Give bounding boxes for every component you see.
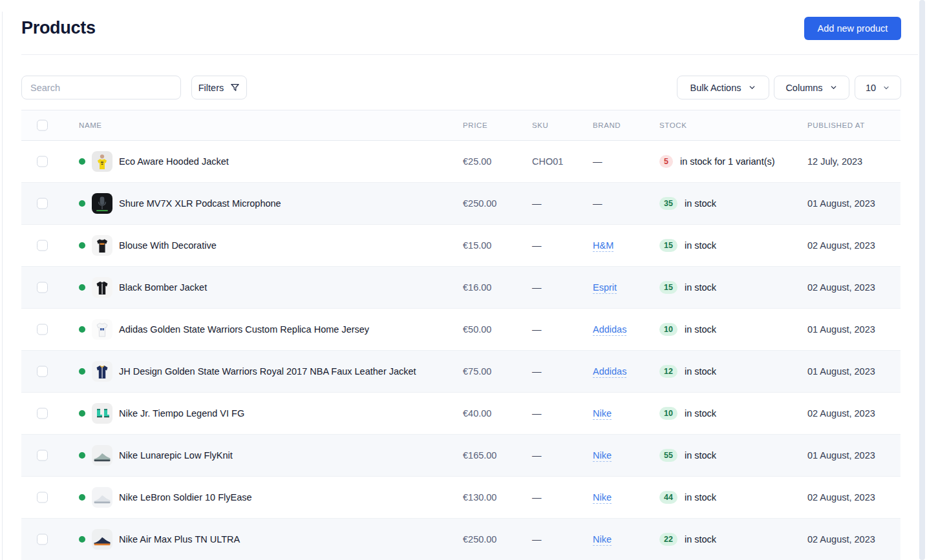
product-brand: Nike — [593, 450, 612, 461]
product-price: €50.00 — [463, 324, 491, 335]
product-thumbnail — [92, 151, 112, 172]
table-header-row: NAME PRICE SKU BRAND STOCK PUBLISHED AT — [21, 110, 900, 141]
header-divider — [21, 54, 918, 55]
page-size-select[interactable]: 10 — [855, 76, 901, 99]
product-stock: 5 in stock for 1 variant(s) — [659, 155, 775, 168]
stock-count-badge: 15 — [659, 281, 677, 294]
product-sku: — — [532, 450, 542, 461]
status-dot — [79, 284, 85, 291]
row-checkbox[interactable] — [37, 366, 48, 377]
product-brand: H&M — [593, 240, 613, 251]
table-row[interactable]: Nike Air Max Plus TN ULTRA €250.00 — Nik… — [21, 519, 900, 560]
funnel-icon — [230, 83, 240, 92]
row-checkbox[interactable] — [37, 198, 48, 209]
row-checkbox[interactable] — [37, 282, 48, 293]
stock-count-badge: 10 — [659, 323, 677, 336]
select-all-checkbox[interactable] — [37, 120, 48, 131]
row-checkbox[interactable] — [37, 240, 48, 251]
stock-count-badge: 35 — [659, 197, 677, 210]
brand-link[interactable]: Addidas — [593, 324, 626, 336]
product-price: €25.00 — [463, 156, 491, 167]
brand-link[interactable]: Nike — [593, 492, 612, 504]
table-row[interactable]: Blouse With Decorative €15.00 — H&M 15 i… — [21, 225, 900, 267]
stock-count-badge: 10 — [659, 407, 677, 420]
column-header-brand: BRAND — [593, 121, 621, 129]
product-name: Nike LeBron Soldier 10 FlyEase — [119, 492, 252, 503]
product-sku: — — [532, 324, 542, 335]
table-row[interactable]: Nike Jr. Tiempo Legend VI FG €40.00 — Ni… — [21, 393, 900, 435]
table-row[interactable]: Adidas Golden State Warriors Custom Repl… — [21, 309, 900, 351]
row-checkbox[interactable] — [37, 450, 48, 461]
product-name: Nike Jr. Tiempo Legend VI FG — [119, 408, 244, 419]
product-thumbnail — [92, 193, 112, 214]
columns-label: Columns — [785, 83, 822, 93]
column-header-published-at: PUBLISHED AT — [807, 121, 865, 129]
row-checkbox[interactable] — [37, 156, 48, 167]
product-price: €130.00 — [463, 492, 496, 503]
stock-label: in stock — [685, 492, 716, 503]
product-stock: 35 in stock — [659, 197, 716, 210]
bulk-actions-button[interactable]: Bulk Actions — [677, 76, 769, 99]
column-header-name: NAME — [79, 121, 102, 129]
product-stock: 12 in stock — [659, 365, 716, 378]
stock-count-badge: 55 — [659, 449, 677, 462]
table-toolbar: Filters Bulk Actions Columns 10 — [0, 76, 927, 99]
stock-label: in stock — [685, 240, 716, 251]
product-brand: Addidas — [593, 324, 626, 335]
product-price: €40.00 — [463, 408, 491, 419]
filters-button[interactable]: Filters — [191, 76, 247, 99]
stock-count-badge: 15 — [659, 239, 677, 252]
product-brand: Esprit — [593, 282, 617, 293]
stock-label: in stock — [685, 366, 716, 377]
stock-label: in stock — [685, 324, 716, 335]
product-brand: Nike — [593, 492, 612, 503]
product-price: €16.00 — [463, 282, 491, 293]
brand-link[interactable]: Nike — [593, 450, 612, 462]
stock-count-badge: 44 — [659, 491, 677, 504]
product-published-at: 02 August, 2023 — [807, 534, 875, 544]
status-dot — [79, 368, 85, 375]
status-dot — [79, 326, 85, 333]
product-thumbnail — [92, 487, 112, 508]
table-row[interactable]: Eco Aware Hooded Jacket €25.00 CHO01 — 5… — [21, 141, 900, 183]
product-stock: 55 in stock — [659, 449, 716, 462]
stock-count-badge: 12 — [659, 365, 677, 378]
table-row[interactable]: Nike LeBron Soldier 10 FlyEase €130.00 —… — [21, 477, 900, 519]
brand-link[interactable]: Nike — [593, 534, 612, 546]
row-checkbox[interactable] — [37, 324, 48, 335]
brand-link[interactable]: Nike — [593, 408, 612, 420]
stock-label: in stock — [685, 198, 716, 209]
table-row[interactable]: Shure MV7X XLR Podcast Microphone €250.0… — [21, 183, 900, 225]
brand-link[interactable]: Esprit — [593, 282, 617, 294]
status-dot — [79, 158, 85, 165]
status-dot — [79, 410, 85, 417]
product-name: JH Design Golden State Warriors Royal 20… — [119, 366, 416, 377]
table-row[interactable]: JH Design Golden State Warriors Royal 20… — [21, 351, 900, 393]
status-dot — [79, 536, 85, 543]
row-checkbox[interactable] — [37, 492, 48, 503]
brand-link[interactable]: H&M — [593, 240, 613, 252]
product-thumbnail — [92, 445, 112, 466]
chevron-down-icon — [882, 84, 890, 92]
row-checkbox[interactable] — [37, 534, 48, 545]
status-dot — [79, 452, 85, 459]
brand-link[interactable]: Addidas — [593, 366, 626, 378]
product-stock: 22 in stock — [659, 533, 716, 546]
stock-label: in stock for 1 variant(s) — [680, 156, 775, 167]
columns-button[interactable]: Columns — [774, 76, 849, 99]
column-header-sku: SKU — [532, 121, 548, 129]
column-header-price: PRICE — [463, 121, 487, 129]
table-row[interactable]: Black Bomber Jacket €16.00 — Esprit 15 i… — [21, 267, 900, 309]
search-input[interactable] — [21, 76, 181, 99]
product-thumbnail — [92, 403, 112, 424]
filters-button-label: Filters — [198, 83, 224, 93]
product-name: Black Bomber Jacket — [119, 282, 207, 293]
table-row[interactable]: Nike Lunarepic Low FlyKnit €165.00 — Nik… — [21, 435, 900, 477]
product-brand: Addidas — [593, 366, 626, 377]
product-name: Eco Aware Hooded Jacket — [119, 156, 229, 167]
product-stock: 15 in stock — [659, 239, 716, 252]
add-new-product-button[interactable]: Add new product — [804, 17, 901, 40]
row-checkbox[interactable] — [37, 408, 48, 419]
product-name: Nike Lunarepic Low FlyKnit — [119, 450, 233, 461]
product-published-at: 02 August, 2023 — [807, 492, 875, 503]
